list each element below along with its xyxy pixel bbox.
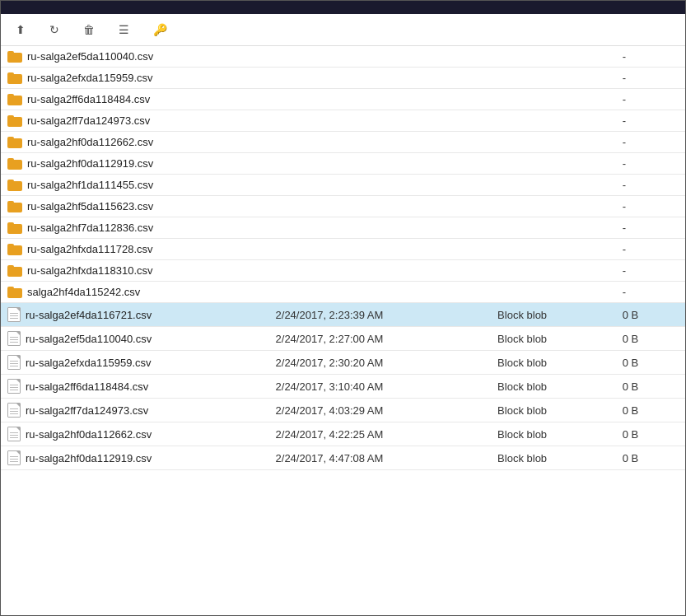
upload-button[interactable]: ⬆: [7, 19, 38, 40]
folder-icon: [7, 115, 22, 127]
table-row[interactable]: ru-salga2hf7da112836.csv -: [1, 217, 685, 239]
file-icon: [7, 331, 21, 346]
file-type: Block blob: [491, 375, 616, 399]
file-size: 0 B: [616, 399, 685, 422]
folder-name-cell: ru-salga2hf0da112662.csv: [1, 132, 269, 152]
folder-name-cell: ru-salga2hfxda118310.csv: [1, 260, 269, 281]
folder-dash: [269, 110, 492, 132]
refresh-button[interactable]: ↻: [41, 19, 72, 40]
file-name: ru-salga2efxda115959.csv: [26, 357, 152, 369]
folder-name-cell: ru-salga2hf0da112919.csv: [1, 153, 269, 174]
file-size: 0 B: [616, 303, 685, 327]
delete-container-button[interactable]: 🗑: [75, 19, 107, 40]
folder-name-cell: salga2hf4da115242.csv: [1, 282, 269, 302]
file-date: 2/24/2017, 4:47:08 AM: [269, 446, 492, 470]
file-name-cell: ru-salga2ef5da110040.csv: [1, 327, 269, 350]
properties-button[interactable]: ☰: [110, 19, 142, 40]
folder-dash: [269, 282, 492, 303]
folder-dash: [269, 132, 492, 153]
minimize-button[interactable]: [642, 6, 652, 9]
title-bar: [1, 1, 685, 14]
table-row[interactable]: ru-salga2hfxda111728.csv -: [1, 239, 685, 260]
content-area: ru-salga2ef5da110040.csv - ru-salga2efxd…: [1, 46, 685, 615]
table-row[interactable]: ru-salga2hf0da112919.csv 2/24/2017, 4:47…: [1, 446, 685, 470]
file-type: Block blob: [491, 446, 616, 470]
file-icon: [7, 403, 21, 418]
table-row[interactable]: ru-salga2ef5da110040.csv -: [1, 46, 685, 68]
folder-name-cell: ru-salga2hf7da112836.csv: [1, 217, 269, 238]
table-row[interactable]: ru-salga2ff6da118484.csv 2/24/2017, 3:10…: [1, 375, 685, 399]
close-button[interactable]: [669, 6, 679, 9]
table-row[interactable]: ru-salga2ef4da116721.csv 2/24/2017, 2:23…: [1, 303, 685, 327]
folder-dash2: [491, 239, 616, 260]
restore-button[interactable]: [656, 6, 665, 9]
file-name: ru-salga2ef4da116721.csv: [26, 309, 152, 321]
folder-icon: [7, 72, 22, 84]
file-type: Block blob: [491, 351, 616, 375]
file-name: ru-salga2ff6da118484.csv: [26, 380, 148, 393]
folder-name-cell: ru-salga2ff6da118484.csv: [1, 89, 269, 110]
folder-dash: [269, 260, 492, 282]
file-date: 2/24/2017, 3:10:40 AM: [269, 375, 492, 399]
folder-dash: [269, 68, 492, 89]
table-row[interactable]: ru-salga2hf0da112662.csv -: [1, 132, 685, 153]
file-name-cell: ru-salga2hf0da112919.csv: [1, 446, 269, 469]
folder-name: ru-salga2hf0da112919.csv: [27, 157, 153, 170]
access-icon: 🔑: [153, 23, 167, 36]
file-name-cell: ru-salga2ff7da124973.csv: [1, 399, 269, 422]
folder-dash2: [491, 110, 616, 132]
folder-name: ru-salga2ff6da118484.csv: [27, 93, 150, 105]
folder-size-dash: -: [616, 260, 685, 282]
file-size: 0 B: [616, 446, 685, 470]
file-icon: [7, 355, 21, 370]
file-type: Block blob: [491, 303, 616, 327]
file-size: 0 B: [616, 375, 685, 399]
table-row[interactable]: salga2hf4da115242.csv -: [1, 282, 685, 303]
file-date: 2/24/2017, 2:27:00 AM: [269, 327, 492, 351]
table-row[interactable]: ru-salga2ff6da118484.csv -: [1, 89, 685, 110]
folder-icon: [7, 201, 22, 212]
file-name: ru-salga2ff7da124973.csv: [26, 404, 148, 417]
refresh-icon: ↻: [49, 23, 59, 36]
folder-dash2: [491, 89, 616, 110]
table-row[interactable]: ru-salga2hf5da115623.csv -: [1, 196, 685, 217]
table-row[interactable]: ru-salga2hf0da112662.csv 2/24/2017, 4:22…: [1, 422, 685, 446]
folder-dash2: [491, 175, 616, 196]
table-row[interactable]: ru-salga2hf0da112919.csv -: [1, 153, 685, 175]
folder-size-dash: -: [616, 196, 685, 217]
folder-dash2: [491, 217, 616, 239]
file-type: Block blob: [491, 399, 616, 422]
folder-icon: [7, 244, 22, 255]
file-date: 2/24/2017, 2:30:20 AM: [269, 351, 492, 375]
table-row[interactable]: ru-salga2hf1da111455.csv -: [1, 175, 685, 196]
file-type: Block blob: [491, 422, 616, 446]
folder-icon: [7, 265, 22, 277]
file-icon: [7, 427, 21, 441]
folder-dash2: [491, 46, 616, 68]
table-row[interactable]: ru-salga2efxda115959.csv 2/24/2017, 2:30…: [1, 351, 685, 375]
folder-dash2: [491, 132, 616, 153]
table-row[interactable]: ru-salga2ff7da124973.csv -: [1, 110, 685, 132]
folder-dash: [269, 46, 492, 68]
table-row[interactable]: ru-salga2ef5da110040.csv 2/24/2017, 2:27…: [1, 327, 685, 351]
folder-size-dash: -: [616, 68, 685, 89]
folder-icon: [7, 287, 22, 298]
folder-name: ru-salga2ef5da110040.csv: [27, 50, 153, 63]
folder-icon: [7, 94, 22, 105]
access-policy-button[interactable]: 🔑: [145, 19, 180, 40]
folder-name: ru-salga2efxda115959.csv: [27, 72, 153, 84]
folder-name-cell: ru-salga2ef5da110040.csv: [1, 46, 269, 67]
table-row[interactable]: ru-salga2ff7da124973.csv 2/24/2017, 4:03…: [1, 399, 685, 422]
file-icon: [7, 307, 21, 322]
file-table: ru-salga2ef5da110040.csv - ru-salga2efxd…: [1, 46, 685, 470]
file-name: ru-salga2hf0da112919.csv: [26, 452, 152, 464]
folder-name: ru-salga2hf5da115623.csv: [27, 200, 153, 212]
folder-dash: [269, 175, 492, 196]
file-date: 2/24/2017, 4:03:29 AM: [269, 399, 492, 422]
folder-size-dash: -: [616, 153, 685, 175]
folder-dash: [269, 153, 492, 175]
file-size: 0 B: [616, 422, 685, 446]
table-row[interactable]: ru-salga2efxda115959.csv -: [1, 68, 685, 89]
file-type: Block blob: [491, 327, 616, 351]
table-row[interactable]: ru-salga2hfxda118310.csv -: [1, 260, 685, 282]
